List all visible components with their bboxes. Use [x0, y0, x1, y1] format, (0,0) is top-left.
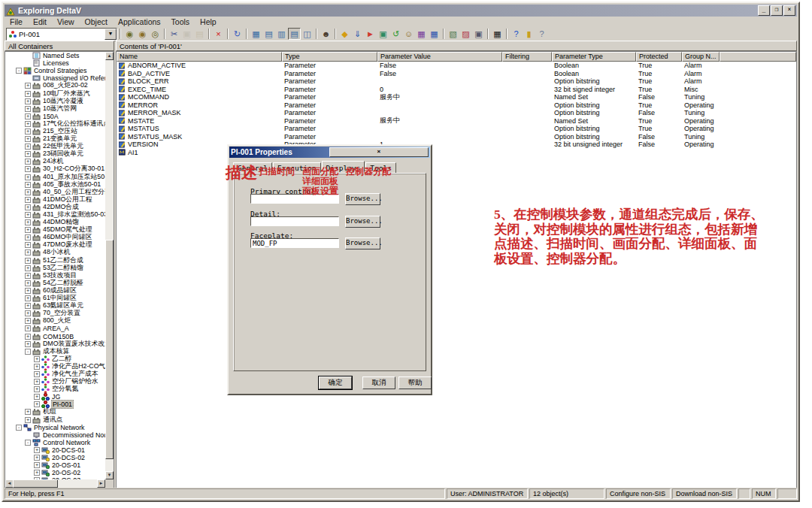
expander-expand-icon[interactable]: + — [25, 182, 31, 188]
expander-expand-icon[interactable]: + — [25, 106, 31, 112]
expander-expand-icon[interactable]: + — [25, 129, 31, 135]
expander-expand-icon[interactable]: + — [25, 83, 31, 89]
view-large-icons-icon[interactable]: ▦ — [250, 28, 262, 40]
expander-expand-icon[interactable]: + — [25, 249, 31, 256]
ok-button[interactable]: 确定 — [319, 376, 352, 389]
table-row-AI1[interactable]: AI1 — [117, 149, 796, 157]
expander-expand-icon[interactable]: + — [25, 265, 31, 271]
alarm-bell-icon[interactable]: ◆ — [338, 28, 351, 40]
paste-icon[interactable]: ▤ — [193, 28, 206, 40]
close-button[interactable]: × — [783, 5, 795, 16]
tree-item-10-[interactable]: +10蒸汽管网 — [5, 105, 105, 113]
expander-expand-icon[interactable]: + — [25, 159, 31, 165]
filter-view-icon[interactable]: ◫ — [301, 28, 314, 40]
scroll-right-button[interactable]: ► — [97, 479, 105, 488]
menu-applications[interactable]: Applications — [113, 17, 166, 27]
tree-item-Decommissioned-Nodes[interactable]: Decommissioned Nodes — [5, 431, 105, 439]
column-header-group-n-[interactable]: Group N... — [682, 52, 720, 62]
picture-icon[interactable]: ▣ — [377, 28, 389, 40]
expander-expand-icon[interactable]: + — [25, 151, 31, 157]
menu-object[interactable]: Object — [80, 17, 113, 27]
expander-expand-icon[interactable]: + — [25, 334, 31, 340]
tree-item-Control-Network[interactable]: -Control Network — [5, 439, 105, 446]
expander-expand-icon[interactable]: + — [25, 234, 31, 240]
books-icon[interactable]: ▮ — [523, 28, 535, 40]
swap-refresh-icon[interactable]: ↻ — [231, 28, 244, 40]
trend-chart-icon[interactable]: ▨ — [459, 28, 472, 40]
table-row-BAD_ACTIVE[interactable]: BAD_ACTIVEParameterFalseBooleanTrueAlarm — [117, 70, 796, 78]
view-small-icons-icon[interactable]: ▤ — [262, 28, 275, 40]
expander-expand-icon[interactable]: + — [34, 462, 40, 468]
tree-item-20-DCS-01[interactable]: +20-DCS-01 — [5, 446, 105, 454]
tree-item-20-DCS-02[interactable]: +20-DCS-02 — [5, 454, 105, 461]
table-row-VERSION[interactable]: VERSIONParameter132 bit unsigned integer… — [117, 141, 796, 149]
expander-expand-icon[interactable]: + — [25, 174, 31, 180]
column-header-filtering[interactable]: Filtering — [502, 52, 552, 62]
expander-expand-icon[interactable]: + — [25, 280, 31, 286]
expander-expand-icon[interactable]: + — [25, 310, 31, 316]
table-row-MSTATUS_MASK[interactable]: MSTATUS_MASKParameterOption bitstringFal… — [117, 133, 796, 141]
column-header-name[interactable]: Name — [117, 52, 282, 62]
tree-item--[interactable]: +空分氧氮 — [5, 386, 105, 393]
table-row-MCOMMAND[interactable]: MCOMMANDParameter服务中Named SetFalseTuning — [117, 93, 796, 101]
tree-item-Named-Sets[interactable]: Named Sets — [5, 52, 105, 59]
expander-expand-icon[interactable]: + — [25, 113, 31, 119]
expander-expand-icon[interactable]: + — [25, 197, 31, 203]
tree-item-20-OS-02[interactable]: +20-OS-02 — [5, 469, 105, 476]
user-key-icon[interactable]: ☺ — [402, 28, 415, 40]
delete-icon[interactable]: × — [212, 28, 225, 40]
browse-template-icon[interactable]: ◉ — [136, 28, 149, 40]
table-row-ABNORM_ACTIVE[interactable]: ABNORM_ACTIVEParameterFalseBooleanTrueAl… — [117, 62, 796, 70]
detail-browse-button[interactable]: Browse... — [345, 216, 380, 228]
expander-expand-icon[interactable]: + — [34, 401, 40, 407]
detail-input[interactable] — [250, 216, 339, 226]
column-header-parameter-value[interactable]: Parameter Value — [377, 52, 502, 62]
restore-button[interactable]: ❐ — [771, 5, 783, 16]
assign-flag-icon[interactable]: ► — [364, 28, 377, 40]
user-face-icon[interactable]: ☻ — [320, 28, 332, 40]
menu-edit[interactable]: Edit — [28, 17, 52, 27]
tree-item-20-OS-01[interactable]: +20-OS-01 — [5, 461, 105, 469]
expander-collapse-icon[interactable]: - — [25, 440, 31, 446]
process-history-icon[interactable]: ▧ — [447, 28, 459, 40]
help-button[interactable]: 帮助 — [398, 376, 432, 389]
expander-collapse-icon[interactable]: - — [25, 349, 31, 355]
expander-expand-icon[interactable]: + — [25, 242, 31, 248]
tree-item-800_-[interactable]: +800_火炬 — [5, 317, 105, 325]
table-row-MSTATUS[interactable]: MSTATUSParameterOption bitstringTrueOper… — [117, 125, 796, 133]
browse-module-icon[interactable]: ◉ — [123, 28, 136, 40]
expander-expand-icon[interactable]: + — [25, 121, 31, 127]
view-list-icon[interactable]: ▥ — [275, 28, 288, 40]
tree-item-Physical-Network[interactable]: -Physical Network — [5, 424, 105, 431]
expander-expand-icon[interactable]: + — [34, 447, 40, 453]
expander-expand-icon[interactable]: + — [25, 341, 31, 347]
tree-vertical-scrollbar[interactable]: ▲ ▼ — [105, 52, 114, 479]
expander-expand-icon[interactable]: + — [25, 212, 31, 218]
expander-expand-icon[interactable]: + — [25, 136, 31, 142]
expander-expand-icon[interactable]: + — [25, 303, 31, 309]
browse-find-icon[interactable]: ◎ — [149, 28, 162, 40]
menu-view[interactable]: View — [52, 17, 80, 27]
tree-horizontal-scrollbar[interactable]: ◄ ► — [5, 479, 105, 488]
expander-expand-icon[interactable]: + — [25, 417, 31, 423]
column-header-parameter-type[interactable]: Parameter Type — [552, 52, 636, 62]
expander-expand-icon[interactable]: + — [25, 98, 31, 104]
faceplate-browse-button[interactable]: Browse... — [345, 237, 380, 249]
dialog-close-icon[interactable]: × — [329, 147, 429, 157]
module-grid-icon[interactable]: ▦ — [428, 28, 441, 40]
expander-expand-icon[interactable]: + — [34, 371, 40, 377]
expander-expand-icon[interactable]: + — [25, 144, 31, 150]
context-help-icon[interactable]: ? — [535, 28, 548, 40]
column-header-type[interactable]: Type — [282, 52, 377, 62]
object-selector-combobox[interactable]: PI-001 ▼ — [6, 28, 117, 41]
named-sets-grid-icon[interactable]: ▦ — [415, 28, 428, 40]
expander-expand-icon[interactable]: + — [25, 258, 31, 264]
tree-hscroll-thumb[interactable] — [13, 479, 58, 488]
tree-item-Control-Strategies[interactable]: -Control Strategies — [5, 67, 105, 74]
expander-collapse-icon[interactable]: - — [16, 425, 22, 431]
minimize-button[interactable]: _ — [758, 5, 770, 16]
expander-expand-icon[interactable]: + — [25, 325, 31, 331]
expander-expand-icon[interactable]: + — [25, 273, 31, 279]
table-row-MSTATE[interactable]: MSTATEParameter服务中Named SetTrueOperating — [117, 117, 796, 125]
help-icon[interactable]: ? — [510, 28, 523, 40]
